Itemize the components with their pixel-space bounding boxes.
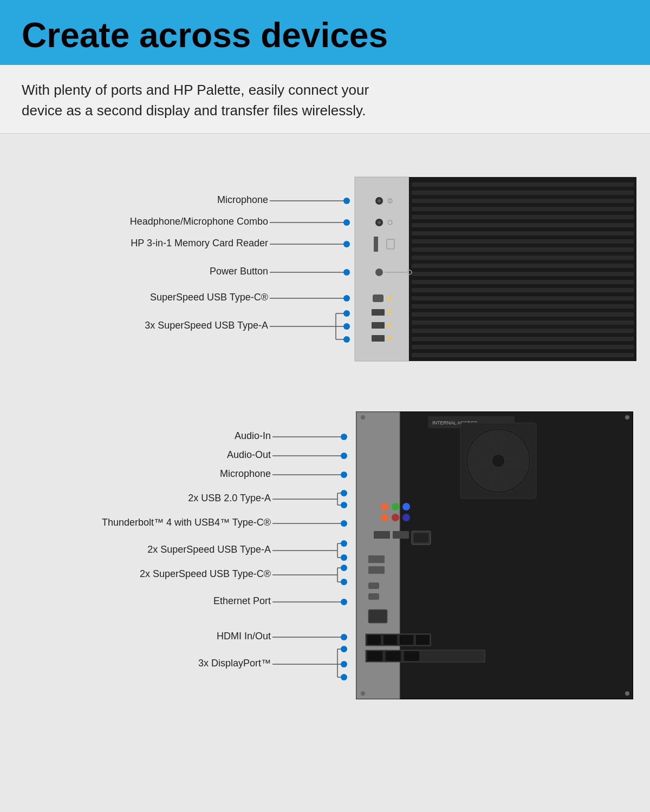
dp-port3	[404, 651, 419, 661]
dot-usb-c	[343, 295, 350, 302]
svg-rect-7	[412, 215, 634, 219]
audio-jack-green	[392, 503, 399, 510]
svg-rect-13	[412, 264, 634, 268]
svg-text:⚡: ⚡	[386, 294, 393, 302]
svg-text:⚡: ⚡	[386, 322, 393, 329]
dot-microphone	[343, 198, 350, 204]
svg-rect-5	[412, 199, 634, 203]
audio-jack-red3	[392, 514, 399, 521]
dot-hdmi	[341, 634, 347, 640]
dot-headphone	[343, 219, 350, 226]
page-title: Create across devices	[22, 16, 628, 54]
svg-rect-18	[412, 304, 634, 309]
label-usb-a: 3x SuperSpeed USB Type-A	[145, 320, 268, 331]
back-label-usb2: 2x USB 2.0 Type-A	[188, 493, 271, 503]
dot-power	[343, 269, 350, 276]
svg-rect-14	[412, 272, 634, 276]
ethernet-port-v2	[368, 610, 387, 623]
svg-point-52	[492, 454, 505, 467]
svg-point-28	[378, 221, 381, 224]
usb-a-port1	[372, 309, 385, 316]
dot-usb-a2	[343, 323, 350, 330]
back-label-audio-in: Audio-In	[235, 430, 271, 441]
dot-audio-in	[341, 434, 347, 440]
label-headphone-combo: Headphone/Microphone Combo	[130, 216, 268, 227]
hdmi-port-v1	[367, 635, 381, 645]
header-section: Create across devices	[0, 0, 650, 65]
svg-rect-19	[412, 312, 634, 317]
screw1	[361, 415, 365, 420]
hdmi-port-v4	[416, 635, 430, 645]
svg-rect-23	[412, 345, 634, 349]
back-panel-diagram: Audio-In Audio-Out Microphone 2x USB 2.0…	[22, 401, 639, 704]
front-panel-section: Microphone Headphone/Microphone Combo HP…	[16, 150, 634, 385]
svg-text:⚡: ⚡	[386, 335, 393, 342]
svg-rect-53	[414, 533, 428, 542]
svg-rect-10	[412, 239, 634, 244]
dp-port1	[367, 651, 382, 661]
ss-usb-a-v1	[368, 555, 385, 563]
dp-section	[366, 650, 485, 662]
front-panel-silver	[355, 177, 409, 361]
screw4	[625, 691, 629, 696]
back-label-ss-usb-a: 2x SuperSpeed USB Type-A	[147, 544, 271, 555]
dot-usb2-1	[341, 490, 347, 496]
hdmi-port-v2	[384, 635, 397, 645]
svg-rect-3	[412, 182, 634, 187]
svg-rect-6	[412, 207, 634, 211]
back-label-ss-usb-c: 2x SuperSpeed USB Type-C®	[140, 568, 271, 579]
svg-rect-24	[412, 353, 634, 357]
svg-rect-20	[412, 320, 634, 325]
svg-rect-12	[412, 256, 634, 260]
audio-jack-blue	[402, 503, 410, 510]
dot-usb-a1	[343, 310, 350, 317]
dot-usb2-2	[341, 502, 347, 508]
svg-rect-16	[412, 288, 634, 292]
label-memory-card: HP 3-in-1 Memory Card Reader	[131, 238, 268, 248]
dot-ss-usb-a1	[341, 540, 347, 547]
dot-mic-back	[341, 472, 347, 478]
audio-jack-red2	[381, 514, 388, 521]
dot-ethernet	[341, 599, 347, 605]
front-panel-dark	[409, 177, 636, 361]
dot-audio-out	[341, 453, 347, 459]
usb-c-port	[373, 294, 384, 302]
dot-usb-a3	[343, 336, 350, 343]
subtitle-section: With plenty of ports and HP Palette, eas…	[0, 65, 650, 133]
audio-jack-red	[381, 503, 388, 510]
label-power-button: Power Button	[210, 266, 268, 277]
subtitle-text: With plenty of ports and HP Palette, eas…	[22, 80, 401, 121]
usb2-port-visual1	[374, 531, 390, 539]
dot-memory	[343, 241, 350, 247]
back-label-ethernet: Ethernet Port	[213, 595, 271, 606]
usb-a-port3	[372, 335, 385, 342]
back-panel-section: Audio-In Audio-Out Microphone 2x USB 2.0…	[16, 390, 634, 723]
usb-a-port2	[372, 322, 385, 329]
front-panel-diagram: Microphone Headphone/Microphone Combo HP…	[22, 161, 639, 366]
label-microphone: Microphone	[217, 194, 268, 205]
svg-text:⚡: ⚡	[386, 309, 393, 316]
svg-rect-11	[412, 247, 634, 252]
fan-blades	[467, 430, 529, 492]
back-label-audio-out: Audio-Out	[227, 449, 271, 460]
svg-rect-8	[412, 223, 634, 227]
dp-port2	[386, 651, 401, 661]
audio-jack-blue2	[402, 514, 410, 521]
svg-rect-21	[412, 329, 634, 333]
back-label-hdmi: HDMI In/Out	[217, 631, 271, 641]
dot-ss-usb-c2	[341, 579, 347, 585]
hdmi-port-v3	[400, 635, 413, 645]
svg-rect-4	[412, 191, 634, 195]
usb2-port-visual2	[393, 531, 409, 539]
back-label-thunderbolt: Thunderbolt™ 4 with USB4™ Type-C®	[102, 517, 271, 528]
screw2	[625, 415, 629, 420]
svg-rect-9	[412, 231, 634, 235]
label-usb-c: SuperSpeed USB Type-C®	[150, 292, 268, 303]
dot-dp3	[341, 674, 347, 680]
card-slot	[374, 237, 378, 252]
content-area: Microphone Headphone/Microphone Combo HP…	[0, 134, 650, 739]
ss-usb-c-v1	[368, 582, 379, 589]
dot-dp2	[341, 661, 347, 667]
ss-usb-a-v2	[368, 566, 385, 574]
back-label-microphone: Microphone	[220, 468, 271, 479]
